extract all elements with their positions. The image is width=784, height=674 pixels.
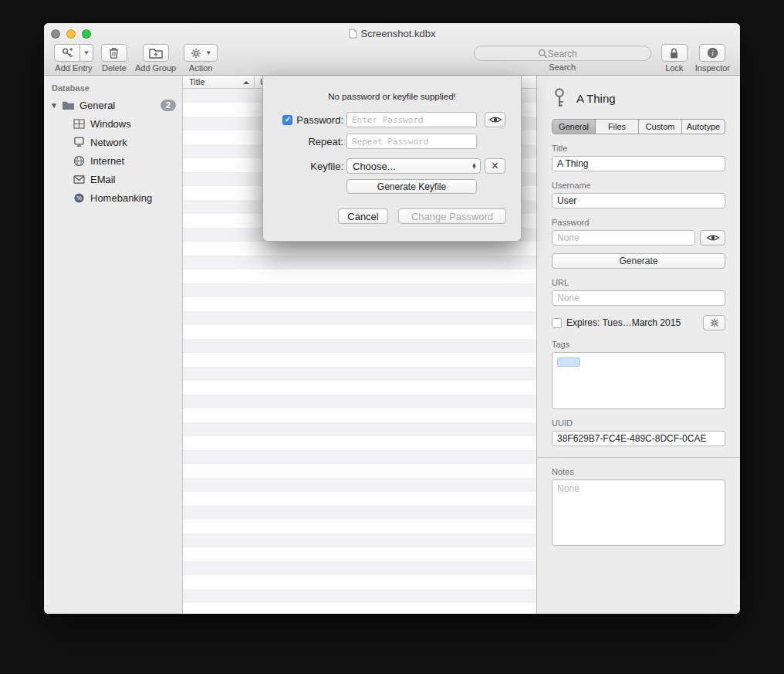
tags-box[interactable] — [552, 352, 725, 409]
toolbar-search: Search — [474, 44, 651, 76]
toolbar-delete: Delete — [101, 44, 127, 76]
sidebar: Database ▼ General 2 Windows Networ — [44, 76, 183, 614]
lock-label: Lock — [665, 63, 683, 73]
cancel-button[interactable]: Cancel — [338, 208, 388, 224]
toolbar: ▼ Add Entry Delete A — [44, 44, 740, 76]
generate-password-button[interactable]: Generate — [552, 253, 725, 269]
sidebar-item-label: Windows — [90, 118, 176, 130]
tab-files[interactable]: Files — [596, 120, 639, 134]
title-field-label: Title — [552, 144, 725, 153]
expires-checkbox[interactable] — [552, 318, 562, 328]
sidebar-item-windows[interactable]: Windows — [44, 114, 182, 133]
delete-button[interactable] — [101, 44, 127, 62]
sidebar-item-label: Network — [90, 137, 176, 148]
inspector-button[interactable]: i — [699, 44, 725, 62]
key-icon — [552, 87, 567, 109]
windows-icon — [72, 119, 86, 129]
uuid-input[interactable] — [552, 431, 725, 446]
disclosure-triangle-icon[interactable]: ▼ — [50, 101, 59, 110]
svg-text:i: i — [711, 49, 714, 57]
url-field-label: URL — [552, 278, 725, 287]
folder-plus-icon — [149, 48, 163, 59]
clear-keyfile-button[interactable]: × — [485, 158, 505, 174]
sidebar-item-label: EMail — [90, 174, 176, 185]
envelope-icon — [72, 175, 86, 184]
password-input[interactable] — [552, 230, 695, 246]
add-entry-dropdown-button[interactable]: ▼ — [80, 44, 93, 62]
keyfile-row: Keyfile: Choose... ▲▼ × — [263, 158, 521, 174]
window-title: Screenshot.kdbx — [44, 28, 740, 39]
gear-icon — [709, 317, 720, 328]
sidebar-item-homebanking[interactable]: % Homebanking — [44, 188, 182, 207]
password-field-label: Password — [552, 218, 725, 227]
generate-keyfile-button[interactable]: Generate Keyfile — [346, 179, 477, 194]
toolbar-add-group: Add Group — [135, 44, 176, 76]
close-x-icon: × — [492, 160, 498, 172]
info-icon: i — [706, 46, 719, 59]
password-input[interactable] — [346, 112, 477, 127]
coin-icon: % — [72, 192, 86, 204]
keyfile-popup[interactable]: Choose... ▲▼ — [346, 158, 481, 174]
search-field[interactable] — [474, 46, 651, 61]
key-plus-icon — [61, 46, 74, 59]
svg-text:%: % — [76, 195, 82, 202]
password-dialog: No password or keyfile supplied! Passwor… — [262, 76, 522, 242]
repeat-label: Repeat: — [308, 136, 343, 147]
sidebar-section-header: Database — [44, 82, 182, 96]
document-icon — [349, 29, 357, 39]
tag-chip[interactable] — [557, 357, 580, 367]
action-button[interactable]: ▼ — [184, 44, 218, 62]
url-input[interactable] — [552, 290, 725, 306]
inspector-panel: A Thing General Files Custom Autotype Ti… — [537, 76, 740, 614]
add-group-button[interactable] — [143, 44, 169, 62]
keyfile-popup-value: Choose... — [353, 161, 471, 172]
sidebar-item-email[interactable]: EMail — [44, 170, 182, 188]
tab-general[interactable]: General — [553, 120, 596, 134]
search-input[interactable] — [475, 47, 651, 61]
dialog-message: No password or keyfile supplied! — [263, 92, 521, 101]
inspector-label: Inspector — [695, 63, 730, 73]
window-title-text: Screenshot.kdbx — [361, 28, 436, 39]
lock-icon — [669, 47, 679, 59]
gear-icon — [190, 47, 202, 59]
tab-custom[interactable]: Custom — [639, 120, 682, 134]
sidebar-item-internet[interactable]: Internet — [44, 151, 182, 170]
repeat-row: Repeat: — [263, 134, 521, 149]
window-chrome: Screenshot.kdbx ▼ Add Entry — [44, 23, 740, 76]
expires-label: Expires: Tues…March 2015 — [566, 317, 698, 328]
tab-autotype[interactable]: Autotype — [682, 120, 725, 134]
password-checkbox[interactable] — [282, 115, 292, 125]
password-row: Password: — [263, 112, 521, 127]
globe-icon — [72, 155, 86, 167]
toolbar-spacer — [221, 44, 468, 76]
toolbar-add-entry: ▼ Add Entry — [54, 44, 93, 76]
network-icon — [72, 137, 86, 147]
tags-field-label: Tags — [552, 340, 725, 349]
popup-stepper-icon: ▲▼ — [471, 163, 477, 169]
notes-field-label: Notes — [552, 467, 725, 476]
chevron-down-icon: ▼ — [205, 50, 211, 56]
add-entry-button[interactable] — [54, 44, 80, 62]
reveal-password-button[interactable] — [700, 230, 725, 246]
inspector-divider — [537, 457, 740, 458]
reveal-password-button[interactable] — [485, 112, 505, 127]
delete-label: Delete — [102, 63, 127, 73]
expires-settings-button[interactable] — [703, 315, 725, 330]
change-password-button[interactable]: Change Password — [398, 208, 506, 224]
expires-row: Expires: Tues…March 2015 — [552, 315, 725, 330]
lock-button[interactable] — [661, 44, 688, 62]
inspector-tabs: General Files Custom Autotype — [552, 119, 725, 134]
app-window: Screenshot.kdbx ▼ Add Entry — [44, 23, 740, 614]
notes-textarea[interactable] — [552, 479, 725, 546]
add-group-label: Add Group — [135, 63, 176, 73]
repeat-password-input[interactable] — [346, 134, 477, 149]
sidebar-group-general[interactable]: ▼ General 2 — [44, 96, 182, 114]
username-input[interactable] — [552, 193, 725, 208]
title-input[interactable] — [552, 156, 725, 171]
titlebar[interactable]: Screenshot.kdbx — [44, 23, 740, 44]
column-header-title[interactable]: Title — [183, 76, 255, 88]
username-field-label: Username — [552, 181, 725, 190]
eye-icon — [488, 115, 502, 124]
sidebar-item-network[interactable]: Network — [44, 133, 182, 151]
column-title-label: Title — [189, 77, 204, 86]
